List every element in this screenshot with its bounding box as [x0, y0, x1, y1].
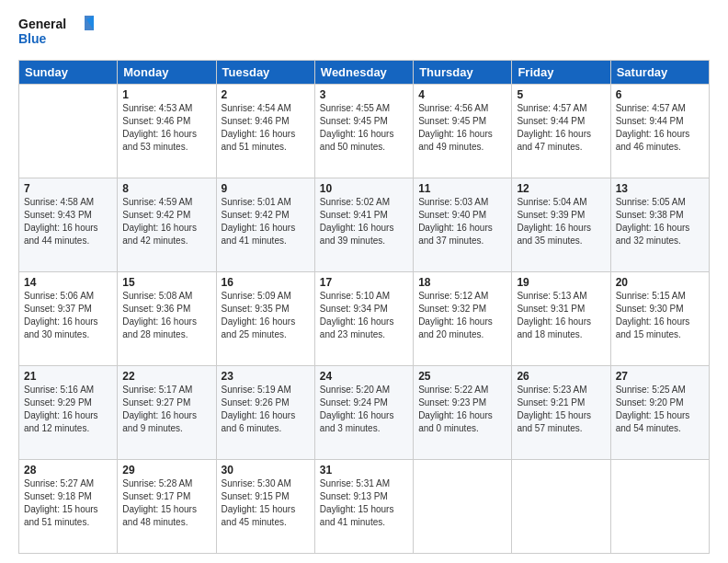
- day-info: Sunrise: 5:13 AMSunset: 9:31 PMDaylight:…: [517, 290, 605, 341]
- svg-text:Blue: Blue: [18, 31, 47, 46]
- day-info: Sunrise: 5:16 AMSunset: 9:29 PMDaylight:…: [24, 384, 112, 435]
- calendar-cell: 12Sunrise: 5:04 AMSunset: 9:39 PMDayligh…: [512, 178, 610, 272]
- calendar-week-row: 21Sunrise: 5:16 AMSunset: 9:29 PMDayligh…: [19, 366, 710, 460]
- weekday-header-cell: Tuesday: [216, 61, 314, 85]
- day-info: Sunrise: 5:25 AMSunset: 9:20 PMDaylight:…: [616, 384, 704, 435]
- day-number: 1: [122, 88, 210, 101]
- day-number: 6: [616, 88, 704, 101]
- day-info: Sunrise: 5:17 AMSunset: 9:27 PMDaylight:…: [122, 384, 210, 435]
- day-number: 23: [222, 370, 310, 383]
- calendar-cell: 17Sunrise: 5:10 AMSunset: 9:34 PMDayligh…: [314, 272, 413, 366]
- day-info: Sunrise: 4:58 AMSunset: 9:43 PMDaylight:…: [24, 196, 112, 247]
- day-number: 29: [122, 464, 210, 477]
- day-info: Sunrise: 5:28 AMSunset: 9:17 PMDaylight:…: [122, 477, 210, 529]
- day-number: 12: [517, 182, 605, 195]
- day-info: Sunrise: 5:22 AMSunset: 9:23 PMDaylight:…: [418, 384, 506, 435]
- day-number: 18: [418, 276, 506, 289]
- day-number: 14: [24, 276, 112, 289]
- day-number: 4: [418, 88, 506, 101]
- calendar-cell: [610, 460, 709, 554]
- day-number: 22: [122, 370, 210, 383]
- day-number: 25: [418, 370, 506, 383]
- weekday-header-cell: Wednesday: [314, 61, 413, 85]
- calendar-cell: 16Sunrise: 5:09 AMSunset: 9:35 PMDayligh…: [216, 272, 314, 366]
- calendar-cell: 30Sunrise: 5:30 AMSunset: 9:15 PMDayligh…: [216, 460, 314, 554]
- day-number: 16: [222, 276, 310, 289]
- calendar-cell: 28Sunrise: 5:27 AMSunset: 9:18 PMDayligh…: [19, 460, 118, 554]
- page: General Blue SundayMondayTuesdayWednesda…: [0, 0, 728, 563]
- day-info: Sunrise: 4:59 AMSunset: 9:42 PMDaylight:…: [122, 196, 210, 247]
- day-number: 10: [320, 182, 408, 195]
- day-number: 28: [24, 464, 112, 477]
- day-number: 8: [122, 182, 210, 195]
- day-number: 19: [517, 276, 605, 289]
- day-info: Sunrise: 5:30 AMSunset: 9:15 PMDaylight:…: [222, 477, 310, 529]
- calendar-cell: 21Sunrise: 5:16 AMSunset: 9:29 PMDayligh…: [19, 366, 118, 460]
- calendar-cell: 1Sunrise: 4:53 AMSunset: 9:46 PMDaylight…: [118, 85, 216, 178]
- svg-text:General: General: [18, 17, 66, 31]
- day-info: Sunrise: 4:57 AMSunset: 9:44 PMDaylight:…: [517, 102, 605, 154]
- day-info: Sunrise: 5:09 AMSunset: 9:35 PMDaylight:…: [222, 290, 310, 341]
- calendar-cell: 26Sunrise: 5:23 AMSunset: 9:21 PMDayligh…: [512, 366, 610, 460]
- day-number: 24: [320, 370, 408, 383]
- weekday-header-cell: Friday: [512, 61, 610, 85]
- day-number: 11: [418, 182, 506, 195]
- day-number: 15: [122, 276, 210, 289]
- calendar-cell: 4Sunrise: 4:56 AMSunset: 9:45 PMDaylight…: [414, 85, 512, 178]
- day-number: 13: [616, 182, 704, 195]
- day-info: Sunrise: 4:53 AMSunset: 9:46 PMDaylight:…: [122, 102, 210, 154]
- calendar-cell: 18Sunrise: 5:12 AMSunset: 9:32 PMDayligh…: [414, 272, 512, 366]
- calendar-cell: 14Sunrise: 5:06 AMSunset: 9:37 PMDayligh…: [19, 272, 118, 366]
- day-info: Sunrise: 5:23 AMSunset: 9:21 PMDaylight:…: [517, 384, 605, 435]
- day-number: 26: [517, 370, 605, 383]
- day-info: Sunrise: 5:02 AMSunset: 9:41 PMDaylight:…: [320, 196, 408, 247]
- day-info: Sunrise: 5:05 AMSunset: 9:38 PMDaylight:…: [616, 196, 704, 247]
- calendar-cell: 3Sunrise: 4:55 AMSunset: 9:45 PMDaylight…: [314, 85, 413, 178]
- calendar-cell: 31Sunrise: 5:31 AMSunset: 9:13 PMDayligh…: [314, 460, 413, 554]
- calendar-body: 1Sunrise: 4:53 AMSunset: 9:46 PMDaylight…: [19, 85, 710, 554]
- day-info: Sunrise: 5:10 AMSunset: 9:34 PMDaylight:…: [320, 290, 408, 341]
- day-info: Sunrise: 5:01 AMSunset: 9:42 PMDaylight:…: [222, 196, 310, 247]
- day-number: 2: [222, 88, 310, 101]
- day-info: Sunrise: 5:19 AMSunset: 9:26 PMDaylight:…: [222, 384, 310, 435]
- calendar-cell: 23Sunrise: 5:19 AMSunset: 9:26 PMDayligh…: [216, 366, 314, 460]
- calendar-cell: 29Sunrise: 5:28 AMSunset: 9:17 PMDayligh…: [118, 460, 216, 554]
- day-number: 21: [24, 370, 112, 383]
- day-info: Sunrise: 5:20 AMSunset: 9:24 PMDaylight:…: [320, 384, 408, 435]
- calendar-cell: 7Sunrise: 4:58 AMSunset: 9:43 PMDaylight…: [19, 178, 118, 272]
- day-info: Sunrise: 5:08 AMSunset: 9:36 PMDaylight:…: [122, 290, 210, 341]
- calendar-cell: 25Sunrise: 5:22 AMSunset: 9:23 PMDayligh…: [414, 366, 512, 460]
- day-info: Sunrise: 5:04 AMSunset: 9:39 PMDaylight:…: [517, 196, 605, 247]
- calendar-cell: [512, 460, 610, 554]
- day-number: 17: [320, 276, 408, 289]
- weekday-header-cell: Saturday: [610, 61, 709, 85]
- calendar-cell: 8Sunrise: 4:59 AMSunset: 9:42 PMDaylight…: [118, 178, 216, 272]
- day-info: Sunrise: 5:12 AMSunset: 9:32 PMDaylight:…: [418, 290, 506, 341]
- day-info: Sunrise: 4:56 AMSunset: 9:45 PMDaylight:…: [418, 102, 506, 154]
- day-info: Sunrise: 4:55 AMSunset: 9:45 PMDaylight:…: [320, 102, 408, 154]
- weekday-header: SundayMondayTuesdayWednesdayThursdayFrid…: [19, 61, 710, 85]
- day-info: Sunrise: 5:15 AMSunset: 9:30 PMDaylight:…: [616, 290, 704, 341]
- day-info: Sunrise: 5:03 AMSunset: 9:40 PMDaylight:…: [418, 196, 506, 247]
- calendar-cell: 15Sunrise: 5:08 AMSunset: 9:36 PMDayligh…: [118, 272, 216, 366]
- calendar-cell: 24Sunrise: 5:20 AMSunset: 9:24 PMDayligh…: [314, 366, 413, 460]
- calendar-week-row: 1Sunrise: 4:53 AMSunset: 9:46 PMDaylight…: [19, 85, 710, 178]
- day-info: Sunrise: 4:54 AMSunset: 9:46 PMDaylight:…: [222, 102, 310, 154]
- calendar-cell: [19, 85, 118, 178]
- calendar-cell: 27Sunrise: 5:25 AMSunset: 9:20 PMDayligh…: [610, 366, 709, 460]
- calendar-cell: 19Sunrise: 5:13 AMSunset: 9:31 PMDayligh…: [512, 272, 610, 366]
- day-number: 31: [320, 464, 408, 477]
- calendar-table: SundayMondayTuesdayWednesdayThursdayFrid…: [18, 60, 710, 554]
- calendar-week-row: 14Sunrise: 5:06 AMSunset: 9:37 PMDayligh…: [19, 272, 710, 366]
- calendar-cell: 13Sunrise: 5:05 AMSunset: 9:38 PMDayligh…: [610, 178, 709, 272]
- day-number: 20: [616, 276, 704, 289]
- day-number: 27: [616, 370, 704, 383]
- calendar-cell: 20Sunrise: 5:15 AMSunset: 9:30 PMDayligh…: [610, 272, 709, 366]
- day-info: Sunrise: 5:06 AMSunset: 9:37 PMDaylight:…: [24, 290, 112, 341]
- calendar-cell: 22Sunrise: 5:17 AMSunset: 9:27 PMDayligh…: [118, 366, 216, 460]
- weekday-header-cell: Thursday: [414, 61, 512, 85]
- logo: General Blue: [18, 14, 101, 51]
- calendar-cell: 9Sunrise: 5:01 AMSunset: 9:42 PMDaylight…: [216, 178, 314, 272]
- day-number: 3: [320, 88, 408, 101]
- day-number: 7: [24, 182, 112, 195]
